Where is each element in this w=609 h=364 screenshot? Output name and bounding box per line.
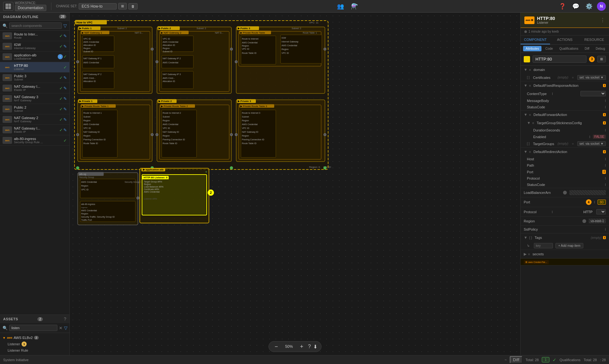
assets-group-elb: ▼ aws AWS ELBv2 2 Listener 1 Listener Ru… [0, 334, 69, 354]
protocol-select[interactable] [596, 209, 606, 214]
assets-item-listener[interactable]: Listener 1 [3, 341, 67, 348]
diagram-outline-title: DIAGRAM OUTLINE [3, 15, 38, 19]
region-circle [582, 219, 586, 223]
changeset-name[interactable]: ECS How-to [79, 3, 117, 10]
workspace-name[interactable]: Documentation [15, 5, 46, 11]
title-input[interactable]: HTTP:80 [533, 55, 586, 63]
delete-btn[interactable]: 🗑 [128, 3, 138, 10]
messagebody-edit[interactable]: I [605, 99, 606, 103]
sidebar-item-public3-name: Public 3 [14, 74, 57, 78]
contenttype-select[interactable] [580, 91, 606, 96]
contenttype-edit[interactable]: I [552, 92, 553, 96]
section-forward-header[interactable]: ▼ ≡ DefaultForwardAction I [521, 111, 609, 119]
sticky-i-icon[interactable]: I [603, 121, 606, 125]
field-sslpolicy: SslPolicy I [521, 226, 609, 233]
sidebar-item-alb-ingress-text: alb-80-ingress Security Group Rule ... [14, 137, 62, 144]
tab-resource[interactable]: RESOURCE [580, 35, 609, 44]
tab-actions[interactable]: ACTIONS [550, 35, 580, 44]
forward-expand-icon: ▼ [524, 112, 528, 117]
http80-box[interactable]: HTTP:80 Listener: 0 Target Group ARN Reg… [142, 174, 207, 215]
host-edit[interactable]: I [605, 157, 606, 161]
discord-icon-btn[interactable]: 💬 [570, 2, 581, 10]
settings-icon-btn[interactable]: ⚙️ [584, 2, 594, 10]
field-durationseconds: DurationSeconds I [526, 127, 609, 133]
sidebar-item-nat3[interactable]: aws NAT Gateway 3 NAT Gateway ✓ ✎ [0, 93, 69, 104]
svg-text:AWS Credential: AWS Credential [81, 181, 97, 183]
sidebar-item-public2[interactable]: aws Public 2 Subnet ✓ ✎ [0, 104, 69, 114]
forward-i-icon[interactable]: I [603, 113, 606, 116]
meta-dot [524, 30, 527, 33]
assets-clear-icon[interactable]: ✕ [59, 326, 62, 330]
canvas-download-btn[interactable]: ⬇ [313, 344, 317, 350]
statuscode-fixed-edit[interactable]: I [605, 105, 606, 109]
status-diff-btn[interactable]: Diff [510, 356, 522, 363]
sidebar-item-route[interactable]: aws Route to Inter... Route ✓ ✎ [0, 31, 69, 41]
fixed-i-icon[interactable]: I [603, 84, 606, 87]
help-icon-btn[interactable]: ❓ [557, 2, 568, 10]
secrets-title: secrets [533, 252, 606, 256]
grid-view-btn[interactable]: ⊞ [118, 3, 127, 10]
sticky-header[interactable]: ▼ ≡ TargetGroupStickinessConfig I [526, 119, 609, 127]
topbar: WORKSPACE: Documentation CHANGE SET: ECS… [0, 0, 609, 13]
sidebar-item-public3[interactable]: aws Public 3 Subnet ✓ ✎ [0, 73, 69, 83]
section-secrets-header[interactable]: ▶ ≡ secrets [521, 250, 609, 258]
assets-filter-icon[interactable]: ▽ [64, 325, 68, 330]
zoom-out-btn[interactable]: − [273, 343, 280, 350]
subtab-attributes[interactable]: Attributes [523, 46, 541, 51]
secrets-lines-icon: ≡ [528, 252, 530, 256]
section-domain-header[interactable]: ▼ ≡ domain [521, 66, 609, 74]
sidebar-item-alb-ingress[interactable]: aws alb-80-ingress Security Group Rule .… [0, 135, 69, 146]
certificates-via-socket[interactable]: set: via socket ▼ [577, 75, 606, 80]
redirect-expand-icon: ▼ [524, 150, 528, 154]
title-frame-btn[interactable]: ⊞ [597, 56, 606, 62]
canvas-help-btn[interactable]: ? [308, 344, 311, 349]
enabled-edit[interactable]: I [589, 135, 590, 139]
sidebar-item-igw[interactable]: aws IGW Internet Gateway ✓ ✎ [0, 41, 69, 52]
assets-help-icon[interactable]: ? [64, 316, 66, 322]
assets-group-header-elb[interactable]: ▼ aws AWS ELBv2 2 [3, 335, 67, 341]
search-input[interactable] [9, 22, 62, 29]
section-fixed-header[interactable]: ▼ ≡ DefaultFixedResponseAction I [521, 81, 609, 90]
statuscode-redirect-edit[interactable]: I [605, 183, 606, 187]
assets-item-listener-rule[interactable]: Listener Rule [3, 348, 67, 353]
path-edit[interactable]: I [605, 163, 606, 167]
sidebar-item-nat2-text: NAT Gateway 2 NAT Gateway [14, 116, 57, 123]
tab-component[interactable]: COMPONENT [521, 35, 550, 44]
redirect-i-icon[interactable]: I [603, 150, 606, 153]
assets-search-input[interactable] [9, 325, 57, 331]
tags-key-input[interactable] [534, 243, 553, 248]
durationseconds-edit[interactable]: I [605, 128, 606, 132]
tags-i-icon[interactable]: I [603, 236, 606, 239]
alb-container[interactable]: ▶ application-alb + HTTP:80 Listener: 0 … [139, 168, 209, 223]
diagram-area[interactable]: How to VPC VPC: 11 Region: 0 ▶ Public 1 … [70, 13, 520, 355]
user-avatar[interactable]: N [597, 2, 606, 11]
port-redirect-highlight[interactable]: I [602, 170, 606, 174]
sidebar-item-alb[interactable]: aws application-alb Loadbalancer ! ✓ [0, 52, 69, 62]
add-map-btn[interactable]: + Add map item [555, 243, 583, 248]
section-redirect-header[interactable]: ▼ ≡ DefaultRedirectAction I [521, 148, 609, 156]
annotation-badge-2: 2 [208, 189, 214, 196]
port-edit[interactable]: I [594, 200, 595, 204]
zoom-in-btn[interactable]: + [298, 343, 306, 350]
svg-text:AWS Credential: AWS Credential [242, 42, 258, 44]
sidebar-item-nat2[interactable]: aws NAT Gateway 2 NAT Gateway ✓ ✎ [0, 114, 69, 125]
sidebar-item-http80[interactable]: aws HTTP:80 Listener ✓ [0, 62, 69, 73]
subtab-diff[interactable]: Diff [582, 46, 592, 51]
subtab-qualifications[interactable]: Qualifications [557, 46, 581, 51]
title-color-swatch[interactable] [524, 56, 530, 62]
sslpolicy-edit[interactable]: I [605, 227, 606, 231]
flask-icon-btn[interactable]: ⚗️ [349, 2, 360, 10]
sidebar-item-nat-elastic1[interactable]: aws NAT Gateway I... Elastic IP ✓ ✎ [0, 83, 69, 93]
people-icon-btn[interactable]: 👥 [335, 2, 346, 10]
subtab-debug[interactable]: Debug [593, 46, 607, 51]
canvas-area[interactable]: How to VPC VPC: 11 Region: 0 ▶ Public 1 … [70, 13, 520, 355]
protocol-edit[interactable]: I [552, 210, 553, 214]
panel-menu-icon[interactable]: ⋮ [600, 17, 605, 23]
section-tags-header[interactable]: ▼ { } Tags (empty) I [521, 233, 609, 242]
filter-icon[interactable]: ▽ [63, 23, 67, 28]
targetgroups-via-socket[interactable]: set: via socket ▼ [577, 141, 606, 146]
protocol-redirect-edit[interactable]: I [605, 176, 606, 180]
subtab-code[interactable]: Code [543, 46, 555, 51]
svg-text:Allocation ID: Allocation ID [83, 80, 96, 82]
sidebar-item-nat-elastic2[interactable]: aws NAT Gateway I... Elastic IP ✓ ✎ [0, 125, 69, 135]
